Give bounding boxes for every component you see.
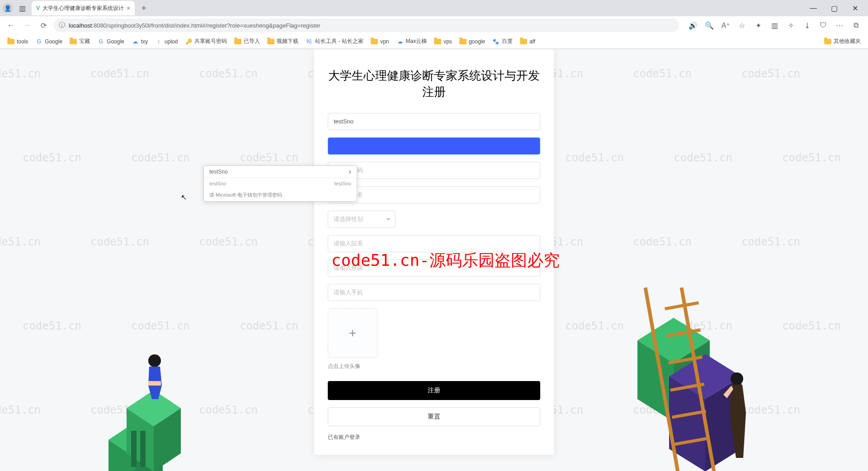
- register-button[interactable]: 注册: [328, 381, 540, 400]
- bookmarks-overflow[interactable]: 其他收藏夹: [821, 36, 863, 47]
- url-text: localhost:8080/springboot3y50l/front/dis…: [69, 22, 674, 29]
- bookmarks-bar: toolsGGoogle宝藏GGoogle☁txy↕uplod🔑共享账号密码已导…: [0, 34, 868, 49]
- close-window-button[interactable]: ✕: [844, 0, 865, 16]
- bookmark-item[interactable]: ☁Max云梯: [394, 36, 430, 47]
- bookmark-label: google: [469, 38, 485, 45]
- already-account-link[interactable]: 已有账户登录: [328, 433, 540, 441]
- bookmark-item[interactable]: GGoogle: [94, 36, 127, 47]
- zoom-icon[interactable]: 🔍: [702, 19, 717, 32]
- bookmark-item[interactable]: ☁txy: [129, 36, 151, 47]
- bookmark-label: Google: [107, 38, 124, 45]
- bookmark-item[interactable]: 宝藏: [67, 36, 93, 47]
- address-bar[interactable]: ⓘ localhost:8080/springboot3y50l/front/d…: [53, 19, 679, 32]
- bookmark-item[interactable]: google: [457, 37, 488, 47]
- folder-icon: [234, 39, 241, 44]
- svg-point-8: [148, 354, 161, 367]
- back-button[interactable]: ←: [5, 19, 17, 32]
- bookmark-item[interactable]: 🐾百度: [490, 36, 515, 47]
- site-info-icon[interactable]: ⓘ: [59, 21, 65, 29]
- watermark-text: code51.cn: [674, 151, 732, 164]
- bookmark-item[interactable]: aff: [517, 37, 538, 47]
- favicon-icon: 🐾: [492, 38, 500, 45]
- student-no-input[interactable]: [328, 113, 540, 130]
- minimize-button[interactable]: —: [803, 0, 824, 16]
- bookmark-item[interactable]: 🔑共享账号密码: [182, 36, 230, 47]
- favicon-icon: ↕: [155, 38, 162, 45]
- tab-strip: 👤 ▥ V 大学生心理健康诊断专家系统设计 × + — ▢ ✕: [0, 0, 868, 16]
- gender-select[interactable]: 请选择性别: [328, 211, 396, 228]
- vue-favicon-icon: V: [36, 5, 40, 11]
- favorite-icon[interactable]: ☆: [734, 19, 750, 32]
- sidebar-icon[interactable]: ▥: [767, 19, 782, 32]
- autofill-manage-link[interactable]: 请 Microsoft 电子钱包中管理密码: [204, 189, 357, 201]
- bookmark-item[interactable]: vps: [431, 37, 455, 47]
- autofill-username: testSno: [209, 169, 228, 175]
- window-controls: — ▢ ✕: [803, 0, 865, 16]
- bookmark-label: 视频下载: [277, 38, 298, 45]
- nav-bar: ← → ⟳ ⓘ localhost:8080/springboot3y50l/f…: [0, 16, 868, 34]
- autofill-close-icon[interactable]: x: [349, 169, 351, 175]
- decoration-left: [90, 250, 208, 471]
- folder-icon: [70, 39, 77, 44]
- read-aloud-icon[interactable]: 🔊: [685, 19, 701, 32]
- svg-rect-6: [131, 431, 137, 467]
- watermark-text: code51.cn: [90, 236, 149, 248]
- folder-icon: [7, 39, 14, 44]
- browser-tab[interactable]: V 大学生心理健康诊断专家系统设计 ×: [32, 1, 135, 15]
- name-input[interactable]: [328, 186, 540, 203]
- autofill-hint-left: testSno: [209, 181, 226, 186]
- page-title: 大学生心理健康诊断专家系统设计与开发注册: [328, 67, 540, 100]
- watermark-text: code51.cn: [23, 320, 81, 332]
- bookmark-item[interactable]: 视频下载: [264, 36, 301, 47]
- bookmark-label: Max云梯: [406, 38, 427, 45]
- bookmark-label: Google: [45, 38, 62, 45]
- folder-icon: [371, 39, 378, 44]
- folder-icon: [267, 39, 274, 44]
- page-content: code51.cncode51.cncode51.cncode51.cncode…: [0, 49, 868, 471]
- shield-icon[interactable]: 🛡: [816, 19, 831, 32]
- folder-icon: [459, 39, 467, 44]
- new-tab-button[interactable]: +: [137, 2, 150, 14]
- extension-icon[interactable]: ✦: [750, 19, 766, 32]
- collections-icon[interactable]: ✧: [783, 19, 798, 32]
- watermark-text: code51.cn: [131, 151, 190, 164]
- watermark-text: code51.cn: [0, 67, 41, 80]
- bookmark-item[interactable]: 站站长工具 - 站长之家: [303, 36, 366, 47]
- watermark-text: code51.cn: [0, 236, 41, 248]
- bookmark-item[interactable]: 已导入: [231, 36, 263, 47]
- close-tab-icon[interactable]: ×: [127, 5, 130, 12]
- bookmark-label: uplod: [165, 38, 178, 45]
- bookmark-item[interactable]: vpn: [368, 37, 392, 47]
- maximize-button[interactable]: ▢: [824, 0, 844, 16]
- watermark-text: code51.cn: [199, 67, 258, 80]
- class-input[interactable]: [328, 259, 540, 277]
- watermark-text: code51.cn: [240, 320, 298, 332]
- forward-button[interactable]: →: [21, 19, 33, 32]
- confirm-password-input[interactable]: [328, 162, 540, 179]
- phone-input[interactable]: [328, 284, 540, 301]
- watermark-text: code51.cn: [0, 404, 41, 416]
- bookmark-item[interactable]: tools: [5, 37, 31, 47]
- more-menu-icon[interactable]: ⋯: [832, 19, 847, 32]
- bookmark-item[interactable]: GGoogle: [33, 36, 65, 47]
- watermark-text: code51.cn: [565, 320, 624, 332]
- bookmark-label: vpn: [380, 38, 389, 45]
- reader-icon[interactable]: A⁺: [718, 19, 733, 32]
- reset-button[interactable]: 重置: [328, 407, 540, 426]
- plus-icon: +: [349, 326, 356, 340]
- password-autofill-popup[interactable]: testSno x testSno testSno 请 Microsoft 电子…: [203, 165, 357, 202]
- refresh-button[interactable]: ⟳: [37, 19, 50, 32]
- split-icon[interactable]: ⧉: [848, 19, 863, 32]
- watermark-text: code51.cn: [633, 67, 692, 80]
- download-icon[interactable]: ⤓: [799, 19, 815, 32]
- department-input[interactable]: [328, 235, 540, 252]
- password-input[interactable]: [328, 137, 540, 155]
- nav-icons: 🔊 🔍 A⁺ ☆ ✦ ▥ ✧ ⤓ 🛡 ⋯ ⧉: [685, 19, 863, 32]
- tab-overview-icon[interactable]: ▥: [17, 3, 27, 13]
- decoration-right: [633, 205, 778, 471]
- avatar-upload[interactable]: +: [328, 308, 377, 358]
- bookmark-item[interactable]: ↕uplod: [152, 36, 180, 47]
- favicon-icon: 🔑: [185, 38, 192, 45]
- bookmark-label: txy: [141, 38, 148, 45]
- profile-avatar[interactable]: 👤: [3, 3, 13, 13]
